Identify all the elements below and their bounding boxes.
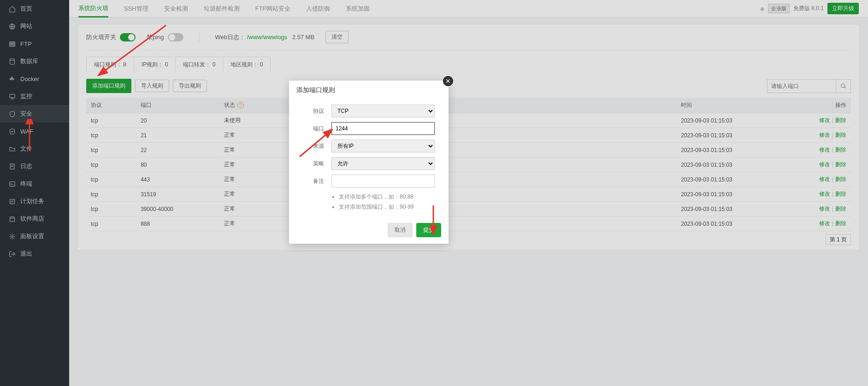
modal-close-button[interactable]: ✕ [443,76,453,86]
hint-text: 支持添加范围端口，如：90-99 [339,202,435,212]
hint-text: 支持添加多个端口，如：80,88 [339,192,435,202]
modal-footer: 取消 提交 [289,219,449,244]
modal-title: 添加端口规则 [296,86,335,94]
remark-label: 备注 [303,177,324,185]
policy-select[interactable]: 允许 [331,157,435,170]
add-port-rule-modal: 添加端口规则 ✕ 协议 TCP 端口 来源 所有IP 策略 允许 备注 支持添加… [289,81,449,244]
proto-label: 协议 [303,107,324,115]
close-icon: ✕ [445,77,451,85]
proto-select[interactable]: TCP [331,105,435,117]
port-label: 端口 [303,125,324,133]
submit-button[interactable]: 提交 [416,223,441,237]
policy-label: 策略 [303,160,324,168]
source-select[interactable]: 所有IP [331,140,435,152]
cancel-button[interactable]: 取消 [388,223,413,237]
remark-input[interactable] [331,175,435,187]
source-label: 来源 [303,142,324,150]
modal-body: 协议 TCP 端口 来源 所有IP 策略 允许 备注 支持添加多个端口，如：80… [289,100,449,219]
modal-header: 添加端口规则 ✕ [289,81,449,100]
port-input[interactable] [331,122,435,135]
hints: 支持添加多个端口，如：80,88 支持添加范围端口，如：90-99 [339,192,435,212]
